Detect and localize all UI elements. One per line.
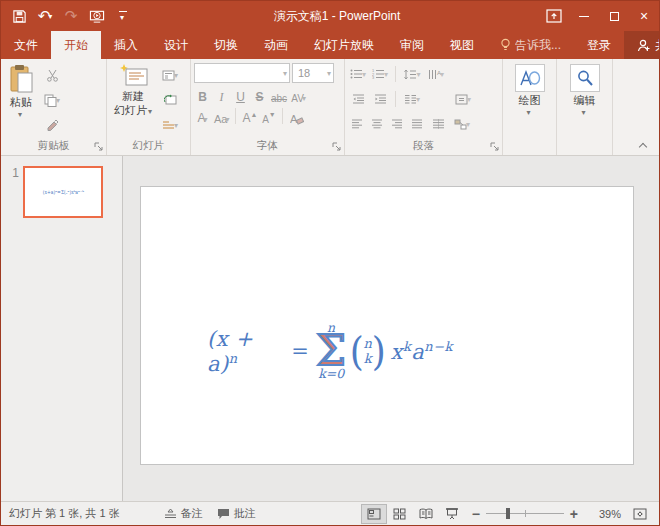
share-button[interactable]: 共享 — [624, 31, 660, 59]
bold-button[interactable]: B — [194, 86, 211, 104]
bullets-button[interactable]: ▾ — [348, 63, 368, 85]
fit-slide-to-window-button[interactable] — [627, 504, 653, 524]
character-spacing-button[interactable]: AV▾ — [290, 86, 307, 104]
normal-view-button[interactable] — [361, 504, 387, 524]
sign-in-button[interactable]: 登录 — [574, 31, 624, 59]
tab-slideshow[interactable]: 幻灯片放映 — [301, 31, 387, 59]
slide-1-thumbnail[interactable]: (x+a)ⁿ=Σ(ₖⁿ)xᵏaⁿ⁻ᵏ — [23, 166, 103, 218]
tab-file[interactable]: 文件 — [1, 31, 51, 59]
notes-button[interactable]: 备注 — [157, 502, 210, 525]
font-color-button[interactable]: A▾ — [194, 107, 211, 125]
status-bar: 幻灯片 第 1 张, 共 1 张 备注 批注 − + 39% — [1, 501, 659, 525]
ribbon-display-options-button[interactable] — [539, 3, 569, 29]
align-right-button[interactable] — [388, 113, 406, 135]
tab-animations[interactable]: 动画 — [251, 31, 301, 59]
editing-dropdown-icon[interactable]: ▾ — [581, 108, 585, 118]
slide-thumbnail-panel[interactable]: 1 (x+a)ⁿ=Σ(ₖⁿ)xᵏaⁿ⁻ᵏ — [1, 156, 123, 501]
start-slideshow-button[interactable] — [85, 4, 109, 28]
slide-sorter-view-button[interactable] — [387, 504, 413, 524]
paste-dropdown-icon[interactable]: ▾ — [18, 110, 22, 120]
change-case-dropdown-icon: ▾ — [225, 116, 229, 125]
tab-insert[interactable]: 插入 — [101, 31, 151, 59]
equation[interactable]: (x + a)n = n Σ k=0 ( nk ) xkan−k — [207, 322, 453, 381]
drawing-icon — [519, 69, 541, 87]
collapse-ribbon-icon[interactable] — [639, 141, 647, 149]
drawing-button[interactable]: 绘图 ▾ — [511, 62, 549, 138]
columns-button[interactable]: ▾ — [401, 88, 423, 110]
editing-button[interactable]: 编辑 ▾ — [566, 62, 604, 138]
workspace: 1 (x+a)ⁿ=Σ(ₖⁿ)xᵏaⁿ⁻ᵏ (x + a)n = n Σ k=0 — [1, 156, 659, 501]
align-left-icon — [351, 119, 363, 129]
copy-dropdown-icon[interactable]: ▾ — [56, 96, 60, 105]
quick-access-toolbar: ↶▾ ↷ ▾ — [1, 4, 135, 28]
undo-dropdown-icon[interactable]: ▾ — [48, 12, 52, 21]
drawing-dropdown-icon[interactable]: ▾ — [526, 108, 530, 118]
italic-button[interactable]: I — [213, 86, 230, 104]
font-name-dropdown-icon[interactable]: ▾ — [283, 69, 287, 78]
paste-button[interactable]: 粘贴 ▾ — [4, 62, 38, 138]
align-text-button[interactable]: ▾ — [451, 88, 475, 110]
line-spacing-button[interactable]: ▾ — [401, 63, 423, 85]
maximize-button[interactable] — [599, 3, 629, 29]
window-title: 演示文稿1 - PowerPoint — [135, 8, 539, 25]
customize-qat-icon: ▾ — [120, 13, 124, 22]
align-center-button[interactable] — [368, 113, 386, 135]
close-button[interactable]: × — [629, 3, 659, 29]
zoom-out-button[interactable]: − — [465, 502, 480, 525]
bullets-dropdown-icon: ▾ — [362, 70, 366, 79]
strikethrough-button[interactable]: abc — [270, 86, 288, 104]
decrease-indent-button[interactable] — [348, 88, 368, 110]
sum-lower-limit: k=0 — [318, 369, 344, 382]
decrease-font-size-button[interactable]: A▼ — [260, 107, 277, 125]
reset-slide-button[interactable] — [158, 89, 182, 111]
change-case-button[interactable]: Aa▾ — [213, 107, 230, 125]
text-direction-button[interactable]: A ▾ — [425, 63, 447, 85]
customize-qat-button[interactable]: ▾ — [111, 4, 135, 28]
slides-group-label: 幻灯片 — [107, 138, 190, 155]
justify-button[interactable] — [408, 113, 426, 135]
zoom-in-icon: + — [570, 506, 578, 522]
clipboard-dialog-launcher[interactable] — [94, 142, 104, 152]
reading-view-button[interactable] — [413, 504, 439, 524]
clear-formatting-button[interactable]: A — [288, 107, 305, 125]
copy-button[interactable]: ▾ — [40, 89, 64, 111]
tab-view[interactable]: 视图 — [437, 31, 487, 59]
paragraph-dialog-launcher[interactable] — [490, 142, 500, 152]
slide-canvas[interactable]: (x + a)n = n Σ k=0 ( nk ) xkan−k — [123, 156, 659, 501]
font-name-combo[interactable]: ▾ — [194, 63, 290, 83]
slideshow-view-button[interactable] — [439, 504, 465, 524]
comments-button[interactable]: 批注 — [210, 502, 263, 525]
align-left-button[interactable] — [348, 113, 366, 135]
format-painter-button[interactable] — [40, 114, 64, 136]
distribute-button[interactable] — [428, 113, 448, 135]
smartart-convert-button[interactable]: ▾ — [450, 113, 474, 135]
maximize-icon — [610, 12, 619, 21]
new-slide-button[interactable]: 新建 幻灯片 ▾ — [110, 62, 156, 138]
section-button[interactable]: ▾ — [158, 114, 182, 136]
increase-font-size-button[interactable]: A▲ — [241, 107, 258, 125]
tab-home[interactable]: 开始 — [51, 31, 101, 59]
zoom-slider[interactable] — [486, 513, 564, 514]
slide-1[interactable]: (x + a)n = n Σ k=0 ( nk ) xkan−k — [140, 186, 634, 465]
font-size-combo[interactable]: 18▾ — [292, 63, 334, 83]
tab-transitions[interactable]: 切换 — [201, 31, 251, 59]
tab-review[interactable]: 审阅 — [387, 31, 437, 59]
minimize-button[interactable] — [569, 3, 599, 29]
save-icon[interactable] — [7, 4, 31, 28]
zoom-in-button[interactable]: + — [570, 502, 585, 525]
cut-button[interactable] — [40, 64, 64, 86]
tell-me-box[interactable]: 告诉我... — [487, 31, 574, 59]
undo-button[interactable]: ↶▾ — [33, 4, 57, 28]
underline-button[interactable]: U — [232, 86, 249, 104]
tab-design[interactable]: 设计 — [151, 31, 201, 59]
layout-button[interactable]: ▾ — [158, 64, 182, 86]
text-shadow-button[interactable]: S — [251, 86, 268, 104]
increase-indent-button[interactable] — [370, 88, 390, 110]
font-size-dropdown-icon[interactable]: ▾ — [327, 69, 331, 78]
new-slide-dropdown-icon[interactable]: ▾ — [148, 107, 152, 116]
zoom-slider-thumb[interactable] — [506, 508, 510, 519]
zoom-percentage[interactable]: 39% — [585, 508, 621, 520]
font-dialog-launcher[interactable] — [332, 142, 342, 152]
line-spacing-dropdown-icon: ▾ — [416, 70, 420, 79]
numbering-button[interactable]: 123 ▾ — [370, 63, 390, 85]
